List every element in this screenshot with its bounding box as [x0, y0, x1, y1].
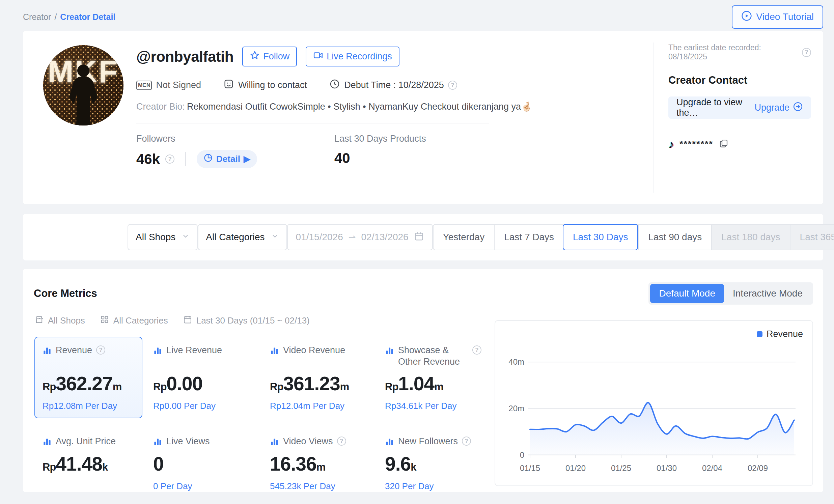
- creator-contact-title: Creator Contact: [668, 74, 811, 86]
- new-followers-help-icon[interactable]: ?: [462, 437, 471, 446]
- svg-text:02/09: 02/09: [748, 463, 768, 472]
- svg-text:01/20: 01/20: [566, 463, 586, 472]
- metric-card-video-views[interactable]: Video Views ? 16.36m 545.23k Per Day: [262, 428, 374, 492]
- revenue-trend-chart-card: Revenue 020m40m 01/1501/2001/2501/3002/0: [495, 320, 813, 486]
- recorded-help-icon[interactable]: ?: [802, 48, 811, 57]
- followers-help-icon[interactable]: ?: [165, 154, 174, 163]
- range-last-7-days[interactable]: Last 7 Days: [494, 225, 564, 250]
- mode-toggle: Default Mode Interactive Mode: [649, 282, 813, 305]
- default-mode-button[interactable]: Default Mode: [650, 284, 724, 303]
- all-categories-select[interactable]: All Categories: [198, 224, 287, 250]
- divider: [136, 123, 489, 124]
- mcn-status-label: Not Signed: [156, 80, 201, 90]
- metric-per-day: Rp0.00 Per Day: [153, 401, 253, 412]
- range-last-365-days[interactable]: Last 365 days: [790, 225, 834, 250]
- detail-label: Detail: [216, 154, 240, 164]
- all-shops-select[interactable]: All Shops: [128, 224, 198, 250]
- range-last-90-days[interactable]: Last 90 days: [638, 225, 711, 250]
- metric-card-avg-unit-price[interactable]: Avg. Unit Price Rp41.48k: [35, 428, 142, 492]
- products-value: 40: [334, 150, 350, 166]
- video-views-help-icon[interactable]: ?: [337, 437, 346, 446]
- revenue-area-chart: 020m40m 01/1501/2001/2501/3002/0402/09: [505, 342, 803, 479]
- video-camera-icon: [313, 50, 323, 63]
- metric-card-video-revenue[interactable]: Video Revenue Rp361.23m Rp12.04m Per Day: [262, 337, 374, 418]
- svg-text:0: 0: [520, 451, 524, 459]
- metric-per-day: Rp12.08m Per Day: [43, 401, 136, 412]
- mcn-icon: MCN: [136, 81, 152, 90]
- debut-help-icon[interactable]: ?: [448, 81, 457, 90]
- metric-card-new-followers[interactable]: New Followers ? 9.6k 320 Per Day: [377, 428, 488, 492]
- svg-text:02/04: 02/04: [702, 463, 722, 472]
- filter-bar-card: All Shops All Categories 01/15/2026 ⇀ 02…: [23, 214, 823, 260]
- metric-per-day: 320 Per Day: [385, 481, 481, 492]
- follow-label: Follow: [263, 51, 289, 62]
- metric-value: 361.23: [283, 372, 340, 395]
- unit-suffix: m: [113, 381, 122, 393]
- metric-title: New Followers: [398, 436, 458, 447]
- creator-detail-page: Creator/Creator Detail Video Tutorial MK…: [0, 0, 834, 504]
- bar-chart-icon: [153, 437, 162, 446]
- metric-title: Avg. Unit Price: [56, 436, 116, 447]
- metric-card-live-revenue[interactable]: Live Revenue Rp0.00 Rp0.00 Per Day: [145, 337, 259, 418]
- debut-time-label: Debut Time : 10/28/2025: [344, 80, 444, 90]
- copy-icon[interactable]: [719, 138, 729, 150]
- svg-text:40m: 40m: [508, 357, 524, 366]
- metric-value: 41.48: [56, 453, 102, 475]
- tiktok-icon: ♪: [668, 138, 674, 150]
- currency-prefix: Rp: [385, 381, 398, 393]
- grid-icon: [100, 315, 109, 327]
- live-recordings-label: Live Recordings: [327, 51, 392, 62]
- range-last-180-days[interactable]: Last 180 days: [711, 225, 789, 250]
- profile-info: @ronbyalfatih Follow Live Recordings: [136, 43, 639, 193]
- svg-text:20m: 20m: [508, 404, 524, 413]
- metric-card-showcase-other-revenue[interactable]: Showcase & Other Revenue ? Rp1.04m Rp34.…: [377, 337, 488, 418]
- chevron-down-icon: [181, 232, 190, 243]
- currency-prefix: Rp: [270, 381, 283, 393]
- showcase-help-icon[interactable]: ?: [472, 346, 481, 354]
- unit-suffix: k: [102, 461, 108, 473]
- upgrade-link[interactable]: Upgrade: [754, 102, 803, 114]
- metric-title: Video Revenue: [283, 345, 345, 356]
- pie-chart-icon: [203, 153, 213, 165]
- metric-per-day: [43, 481, 136, 492]
- metric-card-revenue[interactable]: Revenue ? Rp362.27m Rp12.08m Per Day: [35, 337, 142, 418]
- live-recordings-button[interactable]: Live Recordings: [306, 47, 399, 66]
- followers-detail-button[interactable]: Detail ▶: [197, 150, 257, 168]
- metric-title: Showcase & Other Revenue: [398, 345, 468, 368]
- followers-label: Followers: [136, 134, 334, 144]
- date-range-input[interactable]: 01/15/2026 ⇀ 02/13/2026: [287, 224, 433, 250]
- currency-prefix: Rp: [43, 381, 56, 393]
- unit-suffix: m: [340, 381, 349, 393]
- metric-value: 0: [153, 453, 163, 475]
- breadcrumb-creator-link[interactable]: Creator: [23, 12, 51, 22]
- avatar: MKF: [43, 45, 124, 126]
- video-tutorial-button[interactable]: Video Tutorial: [732, 5, 823, 29]
- bar-chart-icon: [153, 346, 162, 355]
- bar-chart-icon: [385, 437, 394, 446]
- metric-value: 16.36: [270, 453, 316, 475]
- unit-suffix: m: [316, 461, 326, 473]
- metric-per-day: Rp34.61k Per Day: [385, 401, 481, 412]
- metric-value: 0.00: [166, 372, 202, 395]
- arrow-right-circle-icon: [793, 102, 803, 114]
- creator-username: @ronbyalfatih: [136, 48, 234, 65]
- range-yesterday[interactable]: Yesterday: [434, 225, 494, 250]
- currency-prefix: Rp: [43, 461, 56, 473]
- creator-bio: Creator Bio:Rekomendasi Outfit CowokSimp…: [136, 101, 639, 112]
- products-label: Last 30 Days Products: [334, 134, 426, 144]
- revenue-help-icon[interactable]: ?: [96, 346, 105, 354]
- follow-button[interactable]: Follow: [242, 47, 297, 66]
- legend-swatch-revenue: [757, 331, 763, 337]
- core-metrics-card: Core Metrics Default Mode Interactive Mo…: [23, 269, 823, 492]
- metric-card-live-views[interactable]: Live Views 0 0 Per Day: [145, 428, 259, 492]
- caret-right-icon: ▶: [244, 154, 250, 164]
- all-categories-value: All Categories: [206, 232, 264, 243]
- bar-chart-icon: [43, 437, 52, 446]
- date-range-presets: Yesterday Last 7 Days Last 30 Days Last …: [433, 224, 834, 250]
- metric-value: 362.27: [56, 372, 112, 395]
- mcn-status: MCN Not Signed: [136, 80, 201, 90]
- bar-chart-icon: [43, 346, 52, 355]
- metric-title: Live Views: [166, 436, 210, 447]
- interactive-mode-button[interactable]: Interactive Mode: [724, 284, 811, 303]
- range-last-30-days[interactable]: Last 30 Days: [563, 224, 638, 250]
